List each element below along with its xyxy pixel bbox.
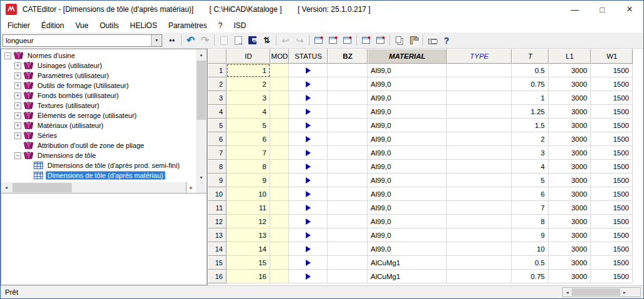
row-number[interactable]: 10	[208, 187, 227, 201]
cell-status[interactable]	[289, 160, 328, 174]
column-header-mod[interactable]: MOD	[270, 49, 289, 64]
menu-fichier[interactable]: Fichier	[2, 19, 36, 32]
cell-id[interactable]: 10	[227, 187, 270, 201]
scroll-right-icon[interactable]: ►	[620, 290, 629, 295]
copy-button[interactable]	[392, 34, 406, 47]
cell-mod[interactable]	[270, 132, 289, 146]
tree-item[interactable]: +Paramètres (utilisateur)	[1, 71, 196, 81]
cell-type[interactable]	[447, 119, 512, 132]
row-number[interactable]: 7	[208, 146, 227, 160]
tree-item[interactable]: +Matériaux (utilisateur)	[1, 120, 196, 130]
cell-l1[interactable]: 3000	[549, 132, 591, 146]
tree-item[interactable]: +Séries	[1, 130, 196, 140]
row-number[interactable]: 13	[208, 228, 227, 242]
row-number[interactable]: 16	[208, 270, 227, 283]
cell-status[interactable]	[289, 64, 328, 77]
menu-helios[interactable]: HELiOS	[124, 19, 162, 32]
cell-l1[interactable]: 3000	[549, 174, 591, 187]
cell-bz[interactable]	[328, 132, 368, 146]
cell-material[interactable]: Al99,0	[368, 242, 447, 256]
tree-vertical-scrollbar[interactable]: ▲ ▼	[196, 49, 207, 182]
cell-bz[interactable]	[328, 64, 368, 77]
redo-button[interactable]	[293, 34, 307, 47]
insert-row-button[interactable]	[340, 34, 354, 47]
cell-id[interactable]: 1	[227, 64, 270, 77]
cell-t[interactable]: 1	[512, 91, 549, 105]
scroll-right-icon[interactable]: ►	[186, 182, 196, 193]
cell-status[interactable]	[289, 119, 328, 132]
column-header-t[interactable]: T	[512, 49, 549, 64]
cell-material[interactable]: Al99,0	[368, 201, 447, 215]
collapse-icon[interactable]: −	[4, 52, 11, 59]
cell-status[interactable]	[289, 187, 328, 201]
cell-w1[interactable]: 1500	[591, 201, 633, 215]
cell-status[interactable]	[289, 105, 328, 119]
print-button[interactable]	[425, 34, 439, 47]
tree-item[interactable]: +Textures (utilisateur)	[1, 100, 196, 110]
cell-type[interactable]	[447, 187, 512, 201]
tree-vscroll-thumb[interactable]	[197, 61, 206, 120]
cell-mod[interactable]	[270, 91, 289, 105]
cell-id[interactable]: 2	[227, 77, 270, 91]
cell-status[interactable]	[289, 256, 328, 270]
row-number[interactable]: 11	[208, 201, 227, 215]
cell-type[interactable]	[447, 256, 512, 270]
cell-l1[interactable]: 3000	[549, 160, 591, 174]
cell-material[interactable]: Al99,0	[368, 119, 447, 132]
cell-w1[interactable]: 1500	[591, 242, 633, 256]
cell-w1[interactable]: 1500	[591, 270, 633, 283]
cell-l1[interactable]: 3000	[549, 242, 591, 256]
cell-bz[interactable]	[328, 228, 368, 242]
open-table-button[interactable]	[231, 34, 245, 47]
column-header-material[interactable]: MATERIAL	[368, 49, 447, 64]
cell-w1[interactable]: 1500	[591, 132, 633, 146]
save-button[interactable]	[245, 34, 260, 47]
close-button[interactable]: ×	[616, 1, 643, 18]
cell-type[interactable]	[447, 160, 512, 174]
cell-l1[interactable]: 3000	[549, 119, 591, 132]
cell-mod[interactable]	[270, 187, 289, 201]
cell-t[interactable]: 8	[512, 215, 549, 228]
column-header-l1[interactable]: L1	[549, 49, 591, 64]
menu-edition[interactable]: Édition	[36, 19, 70, 32]
cell-bz[interactable]	[328, 119, 368, 132]
expand-icon[interactable]: +	[14, 122, 21, 129]
tree-item[interactable]: +Outils de formage (Utilisateur)	[1, 81, 196, 91]
tree-item[interactable]: −Dimensions de tôle	[1, 150, 196, 160]
cell-type[interactable]	[447, 77, 512, 91]
collapse-icon[interactable]: −	[14, 152, 21, 159]
cell-l1[interactable]: 3000	[549, 187, 591, 201]
column-header-bz[interactable]: BZ	[328, 49, 368, 64]
cell-w1[interactable]: 1500	[591, 119, 633, 132]
row-number[interactable]: 3	[208, 91, 227, 105]
cell-type[interactable]	[447, 64, 512, 77]
cell-l1[interactable]: 3000	[549, 270, 591, 283]
cell-material[interactable]: Al99,0	[368, 160, 447, 174]
scroll-down-icon[interactable]: ▼	[196, 172, 207, 182]
cell-id[interactable]: 13	[227, 228, 270, 242]
cell-status[interactable]	[289, 270, 328, 283]
cell-l1[interactable]: 3000	[549, 77, 591, 91]
cell-t[interactable]: 7	[512, 201, 549, 215]
cell-t[interactable]: 0.5	[512, 64, 549, 77]
expand-icon[interactable]: +	[14, 82, 21, 89]
cell-l1[interactable]: 3000	[549, 201, 591, 215]
cell-mod[interactable]	[270, 174, 289, 187]
cell-material[interactable]: Al99,0	[368, 174, 447, 187]
new-catalog-button[interactable]	[311, 34, 326, 47]
cell-material[interactable]: Al99,0	[368, 105, 447, 119]
menu-vue[interactable]: Vue	[70, 19, 94, 32]
cell-bz[interactable]	[328, 270, 368, 283]
cell-w1[interactable]: 1500	[591, 64, 633, 77]
cell-w1[interactable]: 1500	[591, 91, 633, 105]
cell-status[interactable]	[289, 77, 328, 91]
row-number[interactable]: 14	[208, 242, 227, 256]
cell-l1[interactable]: 3000	[549, 215, 591, 228]
cell-status[interactable]	[289, 215, 328, 228]
new-document-button[interactable]	[217, 34, 231, 47]
cell-type[interactable]	[447, 105, 512, 119]
cell-bz[interactable]	[328, 256, 368, 270]
combo-dropdown-icon[interactable]: ▼	[151, 35, 162, 46]
cell-material[interactable]: Al99,0	[368, 77, 447, 91]
cell-t[interactable]: 0.75	[512, 270, 549, 283]
